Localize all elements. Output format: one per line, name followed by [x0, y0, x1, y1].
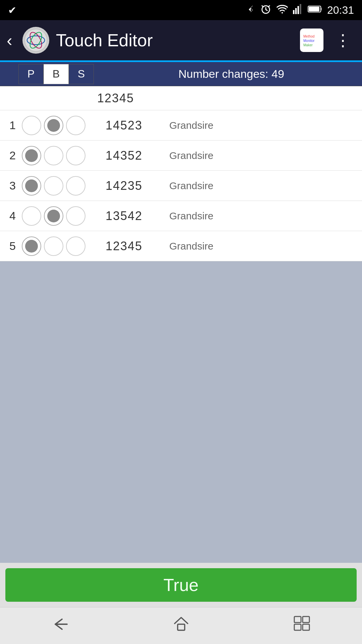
radio-s[interactable]	[66, 116, 85, 135]
bottom-nav	[0, 607, 362, 644]
row-sequence: 14523	[106, 118, 159, 132]
apps-nav-icon	[293, 615, 311, 637]
svg-rect-2	[293, 10, 295, 14]
radio-b[interactable]	[44, 236, 63, 256]
initial-row: 12345	[0, 86, 362, 110]
row-method: Grandsire	[169, 150, 214, 161]
wifi-icon	[276, 4, 288, 16]
svg-rect-5	[300, 4, 301, 14]
radio-b[interactable]	[44, 176, 63, 196]
row-number: 2	[3, 149, 22, 162]
row-method: Grandsire	[169, 120, 214, 131]
row-sequence: 14352	[106, 149, 159, 163]
home-nav-icon	[172, 615, 190, 637]
row-method: Grandsire	[169, 240, 214, 252]
true-button[interactable]: True	[5, 568, 357, 602]
radio-p[interactable]	[22, 146, 41, 165]
app-bar: ‹ Touch Editor Method Monitor Maker ⋮	[0, 20, 362, 60]
table-header: P B S Number changes: 49	[0, 62, 362, 86]
svg-rect-16	[178, 624, 185, 630]
row-sequence: 13542	[106, 209, 159, 223]
svg-rect-18	[303, 616, 309, 623]
svg-point-1	[282, 12, 283, 13]
header-pbs-group: P B S	[18, 64, 94, 84]
check-icon: ✔	[8, 4, 16, 16]
empty-area	[0, 261, 362, 563]
row-number: 5	[3, 239, 22, 253]
svg-point-8	[24, 29, 47, 52]
app-logo	[22, 27, 49, 54]
number-changes-label: Number changes: 49	[94, 67, 362, 80]
home-nav-button[interactable]	[168, 614, 194, 638]
svg-text:Maker: Maker	[303, 43, 313, 47]
radio-s[interactable]	[66, 206, 85, 226]
bluetooth-icon	[246, 3, 255, 17]
header-b-button[interactable]: B	[44, 64, 69, 84]
header-s-button[interactable]: S	[69, 64, 94, 84]
radio-group	[22, 116, 102, 135]
table-row: 114523Grandsire	[0, 110, 362, 141]
back-nav-button[interactable]	[47, 614, 74, 638]
time-display: 20:31	[327, 4, 354, 16]
table-row: 314235Grandsire	[0, 171, 362, 201]
radio-b[interactable]	[44, 206, 63, 226]
status-bar: ✔ 20:31	[0, 0, 362, 20]
app-title: Touch Editor	[56, 30, 293, 50]
row-sequence: 12345	[106, 239, 159, 253]
row-number: 1	[3, 119, 22, 132]
radio-s[interactable]	[66, 236, 85, 256]
radio-b[interactable]	[44, 116, 63, 135]
svg-rect-19	[294, 624, 301, 630]
svg-rect-7	[309, 7, 319, 11]
radio-s[interactable]	[66, 146, 85, 165]
more-vert-icon: ⋮	[335, 31, 351, 50]
radio-group	[22, 146, 102, 165]
radio-group	[22, 206, 102, 226]
table-row: 413542Grandsire	[0, 201, 362, 231]
table-content: 12345 114523Grandsire214352Grandsire3142…	[0, 86, 362, 261]
radio-p[interactable]	[22, 176, 41, 196]
svg-rect-20	[303, 624, 309, 630]
radio-group	[22, 236, 102, 256]
back-nav-icon	[50, 616, 70, 636]
row-method: Grandsire	[169, 210, 214, 222]
alarm-icon	[260, 3, 272, 17]
header-p-button[interactable]: P	[18, 64, 44, 84]
row-method: Grandsire	[169, 180, 214, 192]
svg-text:Monitor: Monitor	[303, 39, 315, 43]
rows-container: 114523Grandsire214352Grandsire314235Gran…	[0, 110, 362, 261]
back-button[interactable]: ‹	[7, 31, 16, 50]
row-number: 3	[3, 179, 22, 192]
app-secondary-icon[interactable]: Method Monitor Maker	[300, 29, 323, 52]
row-sequence: 14235	[106, 179, 159, 193]
true-button-container: True	[0, 563, 362, 607]
svg-rect-4	[297, 6, 299, 14]
radio-b[interactable]	[44, 146, 63, 165]
row-number: 4	[3, 209, 22, 222]
svg-rect-3	[295, 8, 297, 14]
radio-p[interactable]	[22, 116, 41, 135]
table-row: 214352Grandsire	[0, 141, 362, 171]
radio-group	[22, 176, 102, 196]
overflow-menu-button[interactable]: ⋮	[330, 28, 355, 53]
radio-p[interactable]	[22, 206, 41, 226]
battery-icon	[308, 5, 322, 15]
svg-rect-17	[294, 616, 301, 623]
apps-nav-button[interactable]	[288, 614, 315, 638]
table-row: 512345Grandsire	[0, 231, 362, 261]
signal-icon	[293, 4, 303, 16]
radio-s[interactable]	[66, 176, 85, 196]
initial-sequence: 12345	[97, 91, 134, 105]
radio-p[interactable]	[22, 236, 41, 256]
svg-text:Method: Method	[303, 35, 314, 38]
